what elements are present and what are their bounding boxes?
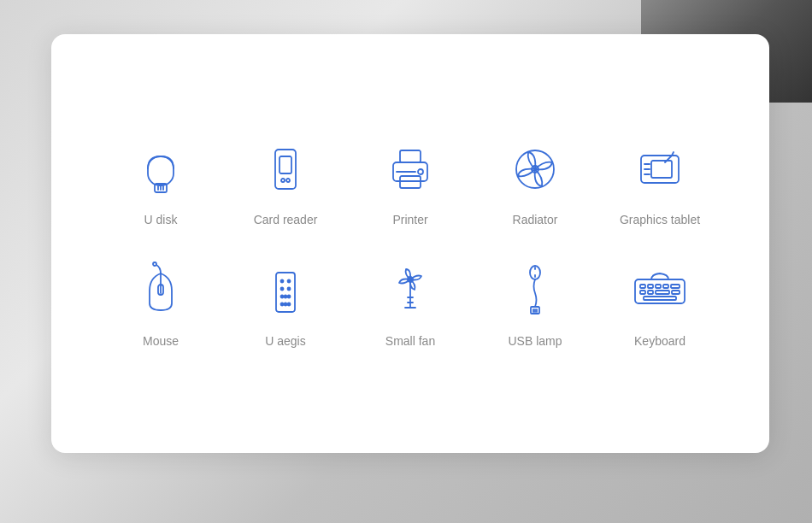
svg-rect-11 — [400, 176, 421, 188]
svg-rect-55 — [640, 291, 645, 294]
svg-rect-4 — [148, 156, 174, 185]
svg-rect-58 — [672, 291, 680, 294]
svg-rect-56 — [648, 291, 653, 294]
usb-lamp-icon — [505, 261, 565, 320]
graphics-tablet-label: Graphics tablet — [620, 213, 700, 226]
printer-label: Printer — [392, 213, 427, 226]
item-u-disk[interactable]: U disk — [103, 131, 219, 235]
svg-rect-51 — [648, 285, 653, 288]
svg-point-36 — [288, 303, 291, 306]
svg-point-28 — [288, 280, 291, 283]
svg-point-27 — [281, 280, 284, 283]
item-mouse[interactable]: Mouse — [103, 252, 219, 356]
u-disk-label: U disk — [144, 213, 178, 226]
printer-icon — [380, 139, 440, 199]
radiator-icon — [505, 139, 565, 199]
svg-point-12 — [418, 169, 423, 174]
svg-rect-5 — [275, 150, 296, 189]
item-usb-lamp[interactable]: USB lamp — [477, 252, 593, 356]
svg-point-29 — [281, 288, 284, 291]
item-graphics-tablet[interactable]: Graphics tablet — [602, 131, 718, 235]
svg-rect-54 — [671, 285, 680, 288]
svg-point-34 — [281, 303, 284, 306]
svg-point-35 — [285, 303, 287, 306]
svg-rect-17 — [651, 161, 672, 178]
card-reader-icon — [256, 139, 315, 199]
graphics-tablet-icon — [630, 139, 690, 199]
item-small-fan[interactable]: Small fan — [352, 252, 468, 356]
main-card: U disk Card reader — [51, 34, 769, 453]
usb-lamp-label: USB lamp — [508, 334, 562, 348]
item-card-reader[interactable]: Card reader — [227, 131, 344, 235]
mouse-label: Mouse — [143, 334, 179, 348]
svg-point-32 — [285, 296, 287, 298]
svg-point-33 — [288, 296, 291, 298]
svg-point-7 — [281, 179, 285, 182]
card-reader-label: Card reader — [254, 213, 318, 226]
svg-point-25 — [153, 262, 156, 266]
keyboard-label: Keyboard — [634, 334, 685, 348]
mouse-icon — [131, 261, 191, 320]
keyboard-icon — [630, 261, 690, 320]
small-fan-icon — [380, 261, 440, 320]
small-fan-label: Small fan — [385, 334, 435, 348]
item-printer[interactable]: Printer — [352, 131, 468, 235]
u-aegis-label: U aegis — [265, 334, 305, 348]
svg-rect-9 — [400, 150, 421, 162]
svg-point-8 — [286, 179, 290, 182]
svg-rect-50 — [640, 285, 645, 288]
item-keyboard[interactable]: Keyboard — [602, 252, 718, 356]
u-disk-icon — [131, 139, 191, 199]
svg-rect-52 — [656, 285, 661, 288]
svg-rect-53 — [663, 285, 668, 288]
svg-point-30 — [288, 288, 291, 291]
svg-point-31 — [281, 296, 284, 298]
svg-rect-6 — [279, 156, 291, 173]
svg-rect-57 — [656, 291, 669, 294]
radiator-label: Radiator — [513, 213, 558, 226]
device-grid: U disk Card reader — [103, 131, 718, 356]
item-u-aegis[interactable]: U aegis — [227, 252, 344, 356]
u-aegis-icon — [256, 261, 315, 320]
svg-rect-59 — [644, 297, 676, 300]
item-radiator[interactable]: Radiator — [477, 131, 593, 235]
